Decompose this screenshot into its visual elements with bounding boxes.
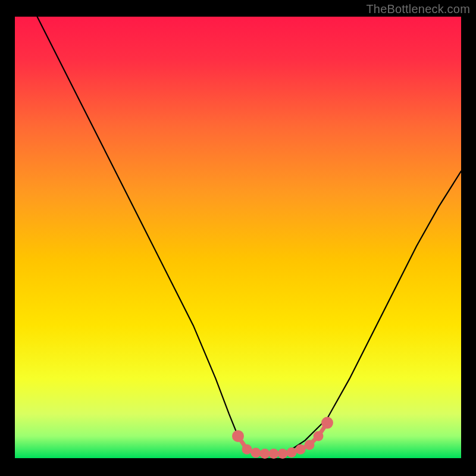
svg-point-22 xyxy=(324,419,331,427)
chart-svg xyxy=(0,0,476,476)
watermark-text: TheBottleneck.com xyxy=(366,2,470,16)
plot-background xyxy=(15,17,461,458)
chart-frame: TheBottleneck.com xyxy=(0,0,476,476)
svg-point-21 xyxy=(234,432,242,440)
